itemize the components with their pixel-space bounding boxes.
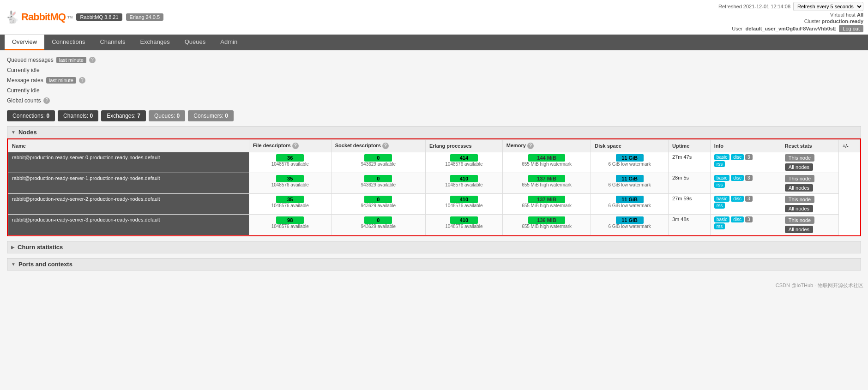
info-cell: basic disc 3 rss bbox=[710, 173, 781, 194]
nav-connections[interactable]: Connections bbox=[44, 35, 92, 50]
virtual-host-value: All bbox=[857, 12, 863, 18]
queued-messages-label: Queued messages bbox=[7, 57, 54, 63]
all-nodes-button[interactable]: All nodes bbox=[785, 205, 813, 212]
node-name-cell: rabbit@production-ready-server-3.product… bbox=[8, 215, 249, 235]
nav-channels[interactable]: Channels bbox=[92, 35, 133, 50]
queued-messages-help[interactable]: ? bbox=[89, 57, 96, 63]
memory-sub: 655 MiB high watermark bbox=[506, 224, 587, 229]
ports-section-header[interactable]: ▼ Ports and contexts bbox=[7, 258, 861, 270]
badge-disc[interactable]: disc bbox=[731, 216, 744, 222]
badge-rss[interactable]: rss bbox=[714, 161, 725, 167]
badge-basic[interactable]: basic bbox=[714, 196, 729, 202]
col-uptime: Uptime bbox=[668, 140, 710, 152]
churn-arrow: ▶ bbox=[11, 245, 15, 250]
this-node-button[interactable]: This node bbox=[785, 216, 814, 224]
erlang-bar: 410 bbox=[450, 175, 478, 182]
queues-label: Queues: bbox=[154, 113, 177, 119]
disk-space-cell: 11 GiB 6 GiB low watermark bbox=[591, 152, 669, 173]
logout-button[interactable]: Log out bbox=[839, 25, 863, 32]
col-info: Info bbox=[710, 140, 781, 152]
memory-cell: 137 MiB 655 MiB high watermark bbox=[502, 194, 591, 215]
all-nodes-button[interactable]: All nodes bbox=[785, 226, 813, 233]
message-rates-badge[interactable]: last minute bbox=[46, 77, 76, 84]
global-counts-row: Global counts ? bbox=[7, 96, 861, 106]
connections-stat[interactable]: Connections: 0 bbox=[7, 110, 55, 121]
connections-count: 0 bbox=[46, 113, 49, 119]
badge-rss[interactable]: rss bbox=[714, 223, 725, 229]
this-node-button[interactable]: This node bbox=[785, 196, 814, 203]
table-row: rabbit@production-ready-server-2.product… bbox=[8, 194, 860, 215]
badge-num: 3 bbox=[745, 196, 753, 202]
channels-label: Channels: bbox=[63, 113, 90, 119]
queues-count: 0 bbox=[177, 113, 180, 119]
message-rates-help[interactable]: ? bbox=[79, 77, 85, 84]
file-desc-bar: 36 bbox=[276, 154, 304, 162]
info-cell: basic disc 3 rss bbox=[710, 194, 781, 215]
queues-stat[interactable]: Queues: 0 bbox=[149, 110, 185, 121]
file-desc-sub: 1048576 available bbox=[253, 203, 327, 208]
user-label: User bbox=[732, 26, 742, 31]
nav-overview[interactable]: Overview bbox=[5, 35, 44, 50]
this-node-button[interactable]: This node bbox=[785, 154, 814, 162]
disk-sub: 6 GiB low watermark bbox=[595, 203, 664, 208]
exchanges-label: Exchanges: bbox=[107, 113, 137, 119]
socket-bar: 0 bbox=[364, 154, 392, 162]
badge-num: 3 bbox=[745, 154, 753, 160]
all-nodes-button[interactable]: All nodes bbox=[785, 184, 813, 192]
info-cell: basic disc 3 rss bbox=[710, 152, 781, 173]
socket-bar: 0 bbox=[364, 196, 392, 203]
uptime-cell: 3m 48s bbox=[668, 215, 710, 235]
nodes-table: Name File descriptors ? Socket descripto… bbox=[8, 139, 860, 235]
col-reset-stats: Reset stats bbox=[781, 140, 838, 152]
memory-bar: 137 MiB bbox=[537, 197, 556, 202]
badge-rss[interactable]: rss bbox=[714, 203, 725, 209]
socket-desc-help-icon[interactable]: ? bbox=[382, 143, 389, 149]
reset-stats-cell: This node All nodes bbox=[781, 152, 838, 173]
file-desc-bar: 98 bbox=[276, 216, 304, 224]
message-rates-label: Message rates bbox=[7, 77, 43, 84]
disk-space-cell: 11 GiB 6 GiB low watermark bbox=[591, 173, 669, 194]
socket-sub: 943629 available bbox=[335, 224, 422, 229]
col-erlang-proc: Erlang processes bbox=[425, 140, 502, 152]
logo: 🐇 RabbitMQ TM bbox=[5, 10, 72, 24]
exchanges-stat[interactable]: Exchanges: 7 bbox=[101, 110, 146, 121]
churn-section-header[interactable]: ▶ Churn statistics bbox=[7, 241, 861, 253]
badge-disc[interactable]: disc bbox=[731, 175, 744, 181]
file-desc-help-icon[interactable]: ? bbox=[292, 143, 299, 149]
this-node-button[interactable]: This node bbox=[785, 175, 814, 182]
badge-basic[interactable]: basic bbox=[714, 154, 729, 160]
badge-basic[interactable]: basic bbox=[714, 216, 729, 222]
badge-disc[interactable]: disc bbox=[731, 196, 744, 202]
nav-exchanges[interactable]: Exchanges bbox=[133, 35, 177, 50]
nav-admin[interactable]: Admin bbox=[213, 35, 245, 50]
consumers-stat[interactable]: Consumers: 0 bbox=[188, 110, 234, 121]
file-desc-cell: 36 1048576 available bbox=[249, 152, 331, 173]
nodes-section-header[interactable]: ▼ Nodes bbox=[7, 126, 861, 138]
badge-basic[interactable]: basic bbox=[714, 175, 729, 181]
col-plus-minus[interactable]: +/- bbox=[838, 140, 860, 152]
file-desc-cell: 35 1048576 available bbox=[249, 173, 331, 194]
currently-idle-1-row: Currently idle bbox=[7, 65, 861, 75]
erlang-proc-cell: 410 1048576 available bbox=[425, 215, 502, 235]
disk-space-cell: 11 GiB 6 GiB low watermark bbox=[591, 215, 669, 235]
file-desc-bar: 35 bbox=[276, 175, 304, 182]
uptime-value: 28m 5s bbox=[672, 175, 689, 180]
global-counts-help[interactable]: ? bbox=[43, 97, 50, 104]
logo-area: 🐇 RabbitMQ TM RabbitMQ 3.8.21 Erlang 24.… bbox=[5, 10, 163, 24]
channels-stat[interactable]: Channels: 0 bbox=[58, 110, 98, 121]
top-bar: 🐇 RabbitMQ TM RabbitMQ 3.8.21 Erlang 24.… bbox=[0, 0, 868, 35]
reset-stats-cell: This node All nodes bbox=[781, 194, 838, 215]
memory-help-icon[interactable]: ? bbox=[527, 143, 534, 149]
badge-rss[interactable]: rss bbox=[714, 182, 725, 188]
socket-sub: 943629 available bbox=[335, 182, 422, 187]
queued-messages-badge[interactable]: last minute bbox=[56, 57, 86, 63]
node-name-cell: rabbit@production-ready-server-0.product… bbox=[8, 152, 249, 173]
refresh-select[interactable]: Refresh every 5 seconds bbox=[793, 2, 863, 11]
node-name-cell: rabbit@production-ready-server-1.product… bbox=[8, 173, 249, 194]
badge-disc[interactable]: disc bbox=[731, 154, 744, 160]
all-nodes-button[interactable]: All nodes bbox=[785, 163, 813, 171]
socket-bar: 0 bbox=[364, 175, 392, 182]
info-badges-row2: rss bbox=[714, 182, 777, 188]
nav-queues[interactable]: Queues bbox=[177, 35, 213, 50]
memory-cell: 136 MiB 655 MiB high watermark bbox=[502, 215, 591, 235]
